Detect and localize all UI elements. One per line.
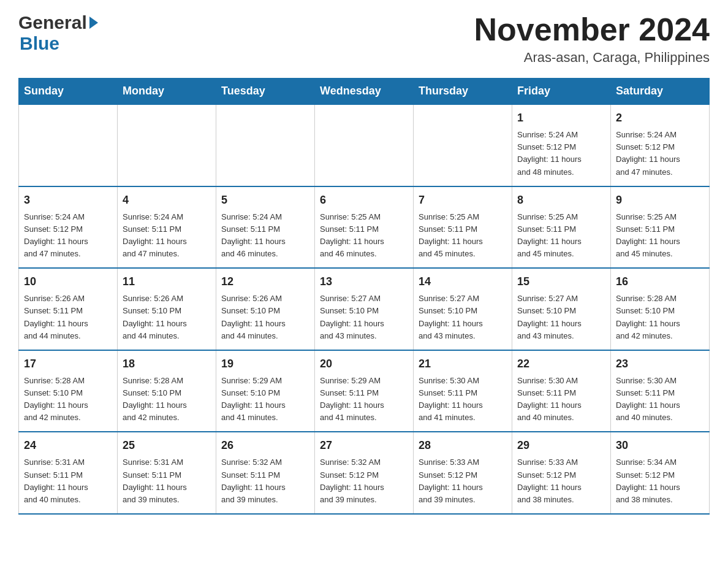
day-number: 29 — [517, 437, 605, 454]
day-info: Sunrise: 5:27 AM Sunset: 5:10 PM Dayligh… — [320, 293, 408, 342]
day-info: Sunrise: 5:32 AM Sunset: 5:12 PM Dayligh… — [320, 456, 408, 506]
day-info: Sunrise: 5:27 AM Sunset: 5:10 PM Dayligh… — [517, 293, 605, 342]
calendar-cell: 13Sunrise: 5:27 AM Sunset: 5:10 PM Dayli… — [315, 268, 414, 350]
calendar-cell: 7Sunrise: 5:25 AM Sunset: 5:11 PM Daylig… — [414, 186, 512, 269]
day-number: 17 — [24, 356, 112, 372]
calendar-cell: 26Sunrise: 5:32 AM Sunset: 5:11 PM Dayli… — [216, 432, 315, 514]
day-number: 11 — [123, 274, 211, 290]
day-number: 2 — [616, 110, 704, 126]
weekday-header-sunday: Sunday — [19, 79, 118, 105]
day-info: Sunrise: 5:33 AM Sunset: 5:12 PM Dayligh… — [517, 456, 605, 506]
location-subtitle: Aras-asan, Caraga, Philippines — [474, 50, 710, 66]
day-info: Sunrise: 5:34 AM Sunset: 5:12 PM Dayligh… — [616, 456, 704, 506]
day-number: 6 — [320, 192, 408, 209]
day-info: Sunrise: 5:26 AM Sunset: 5:10 PM Dayligh… — [123, 293, 211, 342]
day-info: Sunrise: 5:25 AM Sunset: 5:11 PM Dayligh… — [419, 211, 507, 261]
day-info: Sunrise: 5:24 AM Sunset: 5:12 PM Dayligh… — [616, 129, 704, 178]
week-row-3: 10Sunrise: 5:26 AM Sunset: 5:11 PM Dayli… — [19, 268, 710, 350]
day-number: 10 — [24, 274, 112, 290]
day-number: 28 — [419, 437, 507, 454]
calendar-cell: 20Sunrise: 5:29 AM Sunset: 5:11 PM Dayli… — [315, 350, 414, 432]
day-number: 23 — [616, 356, 704, 372]
calendar-cell: 4Sunrise: 5:24 AM Sunset: 5:11 PM Daylig… — [118, 186, 216, 269]
day-info: Sunrise: 5:24 AM Sunset: 5:11 PM Dayligh… — [123, 211, 211, 261]
day-number: 24 — [24, 437, 112, 454]
calendar-cell: 5Sunrise: 5:24 AM Sunset: 5:11 PM Daylig… — [216, 186, 315, 269]
weekday-header-saturday: Saturday — [611, 79, 710, 105]
day-number: 27 — [320, 437, 408, 454]
calendar-cell: 27Sunrise: 5:32 AM Sunset: 5:12 PM Dayli… — [315, 432, 414, 514]
day-info: Sunrise: 5:28 AM Sunset: 5:10 PM Dayligh… — [123, 375, 211, 424]
logo-blue-text: Blue — [18, 33, 59, 54]
weekday-header-friday: Friday — [512, 79, 611, 105]
day-number: 3 — [24, 192, 112, 209]
page-header: General Blue November 2024 Aras-asan, Ca… — [18, 12, 710, 66]
calendar-cell: 2Sunrise: 5:24 AM Sunset: 5:12 PM Daylig… — [611, 104, 710, 186]
day-number: 9 — [616, 192, 704, 209]
day-info: Sunrise: 5:31 AM Sunset: 5:11 PM Dayligh… — [24, 456, 112, 506]
day-info: Sunrise: 5:25 AM Sunset: 5:11 PM Dayligh… — [517, 211, 605, 261]
calendar-cell: 3Sunrise: 5:24 AM Sunset: 5:12 PM Daylig… — [19, 186, 118, 269]
calendar-cell: 15Sunrise: 5:27 AM Sunset: 5:10 PM Dayli… — [512, 268, 611, 350]
day-number: 14 — [419, 274, 507, 290]
day-number: 26 — [221, 437, 309, 454]
calendar-cell: 6Sunrise: 5:25 AM Sunset: 5:11 PM Daylig… — [315, 186, 414, 269]
day-info: Sunrise: 5:28 AM Sunset: 5:10 PM Dayligh… — [24, 375, 112, 424]
day-number: 30 — [616, 437, 704, 454]
day-info: Sunrise: 5:25 AM Sunset: 5:11 PM Dayligh… — [320, 211, 408, 261]
day-number: 18 — [123, 356, 211, 372]
week-row-2: 3Sunrise: 5:24 AM Sunset: 5:12 PM Daylig… — [19, 186, 710, 269]
day-number: 8 — [517, 192, 605, 209]
weekday-header-monday: Monday — [118, 79, 216, 105]
day-number: 5 — [221, 192, 309, 209]
calendar-cell: 29Sunrise: 5:33 AM Sunset: 5:12 PM Dayli… — [512, 432, 611, 514]
day-info: Sunrise: 5:29 AM Sunset: 5:11 PM Dayligh… — [320, 375, 408, 424]
calendar-cell: 30Sunrise: 5:34 AM Sunset: 5:12 PM Dayli… — [611, 432, 710, 514]
calendar-cell: 21Sunrise: 5:30 AM Sunset: 5:11 PM Dayli… — [414, 350, 512, 432]
day-info: Sunrise: 5:30 AM Sunset: 5:11 PM Dayligh… — [517, 375, 605, 424]
day-number: 12 — [221, 274, 309, 290]
weekday-header-wednesday: Wednesday — [315, 79, 414, 105]
day-number: 21 — [419, 356, 507, 372]
calendar-cell: 16Sunrise: 5:28 AM Sunset: 5:10 PM Dayli… — [611, 268, 710, 350]
day-info: Sunrise: 5:24 AM Sunset: 5:12 PM Dayligh… — [24, 211, 112, 261]
calendar-cell: 1Sunrise: 5:24 AM Sunset: 5:12 PM Daylig… — [512, 104, 611, 186]
day-info: Sunrise: 5:24 AM Sunset: 5:12 PM Dayligh… — [517, 129, 605, 178]
day-number: 13 — [320, 274, 408, 290]
day-number: 1 — [517, 110, 605, 126]
day-info: Sunrise: 5:33 AM Sunset: 5:12 PM Dayligh… — [419, 456, 507, 506]
calendar-cell: 17Sunrise: 5:28 AM Sunset: 5:10 PM Dayli… — [19, 350, 118, 432]
day-info: Sunrise: 5:30 AM Sunset: 5:11 PM Dayligh… — [616, 375, 704, 424]
calendar-table: SundayMondayTuesdayWednesdayThursdayFrid… — [18, 78, 710, 515]
day-number: 25 — [123, 437, 211, 454]
day-number: 7 — [419, 192, 507, 209]
calendar-cell: 28Sunrise: 5:33 AM Sunset: 5:12 PM Dayli… — [414, 432, 512, 514]
title-area: November 2024 Aras-asan, Caraga, Philipp… — [474, 12, 710, 66]
calendar-cell: 22Sunrise: 5:30 AM Sunset: 5:11 PM Dayli… — [512, 350, 611, 432]
day-info: Sunrise: 5:31 AM Sunset: 5:11 PM Dayligh… — [123, 456, 211, 506]
calendar-cell: 12Sunrise: 5:26 AM Sunset: 5:10 PM Dayli… — [216, 268, 315, 350]
calendar-cell: 18Sunrise: 5:28 AM Sunset: 5:10 PM Dayli… — [118, 350, 216, 432]
calendar-cell: 23Sunrise: 5:30 AM Sunset: 5:11 PM Dayli… — [611, 350, 710, 432]
calendar-cell — [19, 104, 118, 186]
week-row-5: 24Sunrise: 5:31 AM Sunset: 5:11 PM Dayli… — [19, 432, 710, 514]
day-info: Sunrise: 5:26 AM Sunset: 5:10 PM Dayligh… — [221, 293, 309, 342]
month-year-title: November 2024 — [474, 12, 710, 47]
calendar-cell: 14Sunrise: 5:27 AM Sunset: 5:10 PM Dayli… — [414, 268, 512, 350]
day-number: 15 — [517, 274, 605, 290]
day-info: Sunrise: 5:27 AM Sunset: 5:10 PM Dayligh… — [419, 293, 507, 342]
day-number: 4 — [123, 192, 211, 209]
logo-general-text: General — [18, 12, 87, 33]
calendar-cell: 10Sunrise: 5:26 AM Sunset: 5:11 PM Dayli… — [19, 268, 118, 350]
calendar-cell: 9Sunrise: 5:25 AM Sunset: 5:11 PM Daylig… — [611, 186, 710, 269]
day-number: 16 — [616, 274, 704, 290]
day-number: 22 — [517, 356, 605, 372]
day-info: Sunrise: 5:30 AM Sunset: 5:11 PM Dayligh… — [419, 375, 507, 424]
weekday-header-thursday: Thursday — [414, 79, 512, 105]
day-number: 19 — [221, 356, 309, 372]
calendar-cell — [315, 104, 414, 186]
day-info: Sunrise: 5:32 AM Sunset: 5:11 PM Dayligh… — [221, 456, 309, 506]
calendar-cell — [118, 104, 216, 186]
day-info: Sunrise: 5:28 AM Sunset: 5:10 PM Dayligh… — [616, 293, 704, 342]
day-info: Sunrise: 5:26 AM Sunset: 5:11 PM Dayligh… — [24, 293, 112, 342]
